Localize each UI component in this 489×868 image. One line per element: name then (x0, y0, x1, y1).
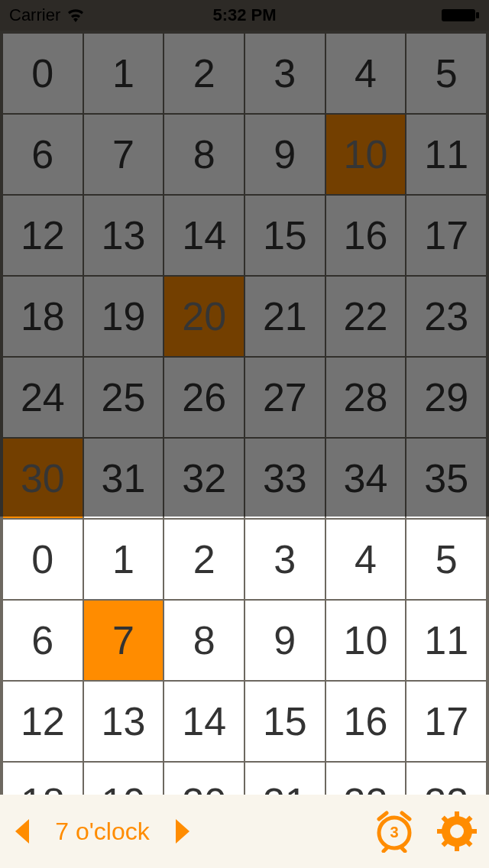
hour-cell-16[interactable]: 16 (326, 682, 406, 761)
minute-cell-19[interactable]: 19 (84, 277, 164, 356)
svg-point-11 (450, 824, 464, 838)
hour-cell-7[interactable]: 7 (84, 601, 164, 680)
minute-cell-33[interactable]: 33 (245, 439, 325, 518)
wifi-icon (66, 8, 85, 22)
svg-rect-0 (442, 9, 475, 21)
hour-cell-3[interactable]: 3 (245, 520, 325, 599)
minute-cell-16[interactable]: 16 (326, 196, 406, 275)
svg-rect-5 (437, 829, 445, 834)
minutes-grid: 0123456789101112131415161718192021222324… (3, 34, 486, 518)
minute-cell-14[interactable]: 14 (164, 196, 244, 275)
hour-cell-15[interactable]: 15 (245, 682, 325, 761)
hour-cell-8[interactable]: 8 (164, 601, 244, 680)
svg-rect-3 (455, 811, 459, 819)
battery-icon (442, 8, 480, 23)
minute-cell-30[interactable]: 30 (3, 439, 83, 518)
minute-cell-4[interactable]: 4 (326, 34, 406, 113)
svg-rect-4 (455, 844, 459, 851)
hour-cell-4[interactable]: 4 (326, 520, 406, 599)
toolbar: 7 o'clock 3 (0, 795, 489, 868)
hour-cell-1[interactable]: 1 (84, 520, 164, 599)
alarm-icon[interactable]: 3 (373, 810, 416, 853)
minute-cell-8[interactable]: 8 (164, 115, 244, 194)
minute-cell-21[interactable]: 21 (245, 277, 325, 356)
hour-cell-12[interactable]: 12 (3, 682, 83, 761)
minute-cell-9[interactable]: 9 (245, 115, 325, 194)
hours-grid: 01234567891011121314151617181920212223 (3, 520, 486, 842)
minute-cell-20[interactable]: 20 (164, 277, 244, 356)
minute-cell-15[interactable]: 15 (245, 196, 325, 275)
alarm-count-badge: 3 (390, 824, 398, 841)
svg-rect-1 (476, 12, 479, 18)
hour-cell-17[interactable]: 17 (406, 682, 486, 761)
minute-cell-28[interactable]: 28 (326, 358, 406, 437)
hour-cell-9[interactable]: 9 (245, 601, 325, 680)
prev-button[interactable] (12, 818, 31, 845)
minute-cell-26[interactable]: 26 (164, 358, 244, 437)
time-label: 7 o'clock (49, 818, 156, 846)
hour-cell-0[interactable]: 0 (3, 520, 83, 599)
minute-cell-1[interactable]: 1 (84, 34, 164, 113)
hour-cell-2[interactable]: 2 (164, 520, 244, 599)
hour-cell-14[interactable]: 14 (164, 682, 244, 761)
main-content: 0123456789101112131415161718192021222324… (0, 31, 489, 795)
minute-cell-27[interactable]: 27 (245, 358, 325, 437)
minute-cell-17[interactable]: 17 (406, 196, 486, 275)
minute-cell-18[interactable]: 18 (3, 277, 83, 356)
status-time: 5:32 PM (212, 5, 276, 25)
minute-cell-34[interactable]: 34 (326, 439, 406, 518)
status-bar: Carrier 5:32 PM (0, 0, 489, 31)
minute-cell-13[interactable]: 13 (84, 196, 164, 275)
minute-cell-22[interactable]: 22 (326, 277, 406, 356)
next-button[interactable] (174, 818, 193, 845)
minute-cell-2[interactable]: 2 (164, 34, 244, 113)
minute-cell-12[interactable]: 12 (3, 196, 83, 275)
minute-cell-29[interactable]: 29 (406, 358, 486, 437)
minute-cell-35[interactable]: 35 (406, 439, 486, 518)
minute-cell-31[interactable]: 31 (84, 439, 164, 518)
minute-cell-32[interactable]: 32 (164, 439, 244, 518)
minute-cell-6[interactable]: 6 (3, 115, 83, 194)
hour-cell-11[interactable]: 11 (406, 601, 486, 680)
minute-cell-5[interactable]: 5 (406, 34, 486, 113)
minute-cell-24[interactable]: 24 (3, 358, 83, 437)
carrier-label: Carrier (9, 5, 60, 25)
minute-cell-7[interactable]: 7 (84, 115, 164, 194)
hour-cell-6[interactable]: 6 (3, 601, 83, 680)
minute-cell-0[interactable]: 0 (3, 34, 83, 113)
hour-cell-13[interactable]: 13 (84, 682, 164, 761)
minute-cell-10[interactable]: 10 (326, 115, 406, 194)
hour-cell-5[interactable]: 5 (406, 520, 486, 599)
hour-cell-10[interactable]: 10 (326, 601, 406, 680)
minute-cell-11[interactable]: 11 (406, 115, 486, 194)
svg-rect-6 (469, 829, 477, 834)
minute-cell-23[interactable]: 23 (406, 277, 486, 356)
minute-cell-3[interactable]: 3 (245, 34, 325, 113)
settings-icon[interactable] (437, 811, 477, 851)
minute-cell-25[interactable]: 25 (84, 358, 164, 437)
